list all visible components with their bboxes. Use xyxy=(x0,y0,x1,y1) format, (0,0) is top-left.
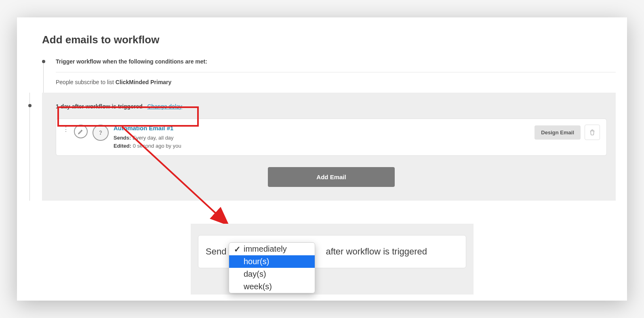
page-frame: Add emails to workflow Trigger workflow … xyxy=(17,17,627,301)
email-edited-line: Edited: 0 second ago by you xyxy=(114,142,530,150)
dropdown-option-days[interactable]: day(s) xyxy=(229,268,315,280)
card-actions: Design Email xyxy=(535,125,600,140)
delay-email-block: 1 day after workflow is triggered · Chan… xyxy=(42,93,616,201)
add-email-button[interactable]: Add Email xyxy=(268,167,394,187)
trash-icon xyxy=(589,129,596,136)
email-title[interactable]: Automation Email #1 xyxy=(114,125,530,131)
delay-separator: · xyxy=(143,103,147,110)
send-suffix: after workflow is triggered xyxy=(326,246,427,257)
email-card: ⋮ Automation Email #1 Sends: Every day, … xyxy=(56,119,607,156)
edit-icon[interactable] xyxy=(74,125,88,138)
add-email-row: Add Email xyxy=(56,167,607,187)
trigger-condition-row: People subscribe to list ClickMinded Pri… xyxy=(56,72,616,93)
sends-value: Every day, all day xyxy=(131,135,173,141)
timeline-dot-icon xyxy=(42,60,45,63)
email-meta: Automation Email #1 Sends: Every day, al… xyxy=(114,125,530,150)
dropdown-option-weeks[interactable]: week(s) xyxy=(229,280,315,293)
delay-text: 1 day after workflow is triggered xyxy=(56,103,143,110)
trigger-step: Trigger workflow when the following cond… xyxy=(42,58,616,93)
design-email-button[interactable]: Design Email xyxy=(535,125,581,140)
page-title: Add emails to workflow xyxy=(42,34,616,46)
sends-label: Sends: xyxy=(114,135,131,141)
delete-email-button[interactable] xyxy=(585,125,600,140)
change-delay-link[interactable]: Change delay xyxy=(147,103,182,110)
delay-unit-dropdown[interactable]: immediately hour(s) day(s) week(s) xyxy=(229,242,315,293)
edited-label: Edited: xyxy=(114,143,131,149)
delay-line: 1 day after workflow is triggered · Chan… xyxy=(56,100,607,119)
question-icon xyxy=(93,125,109,141)
workflow-timeline: Trigger workflow when the following cond… xyxy=(42,58,616,93)
drag-handle-icon[interactable]: ⋮ xyxy=(63,125,69,133)
edited-value: 0 second ago by you xyxy=(131,143,181,149)
trigger-condition-list: ClickMinded Primary xyxy=(116,79,172,85)
dropdown-option-immediately[interactable]: immediately xyxy=(229,243,315,255)
timeline-dot-icon xyxy=(28,104,32,107)
trigger-condition-prefix: People subscribe to list xyxy=(56,79,116,85)
trigger-heading: Trigger workflow when the following cond… xyxy=(56,58,616,72)
email-sends-line: Sends: Every day, all day xyxy=(114,134,530,142)
dropdown-option-hours[interactable]: hour(s) xyxy=(229,255,315,268)
svg-point-0 xyxy=(100,134,101,134)
send-prefix: Send xyxy=(206,246,226,257)
